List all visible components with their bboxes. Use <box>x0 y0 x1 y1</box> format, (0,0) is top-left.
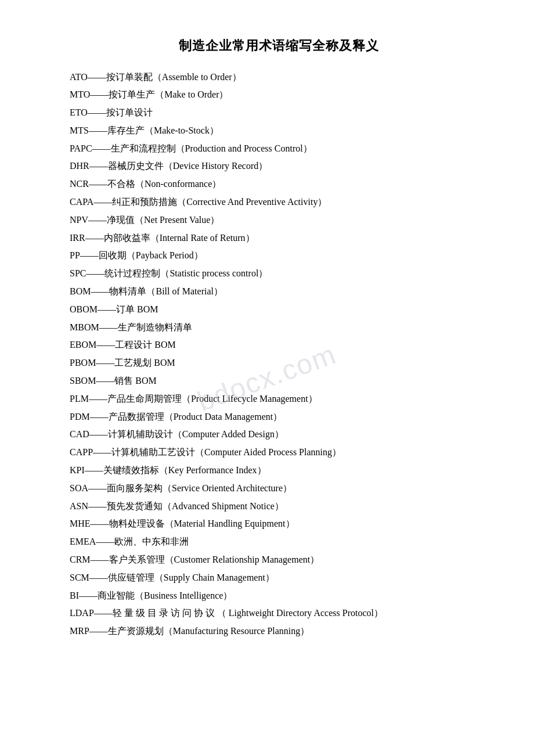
list-item: CRM——客户关系管理（Customer Relationship Manage… <box>70 552 488 568</box>
list-item: EMEA——欧洲、中东和非洲 <box>70 534 488 550</box>
list-item: MRP——生产资源规划（Manufacturing Resource Plann… <box>70 623 488 640</box>
list-item: SPC——统计过程控制（Statistic process control） <box>70 265 488 282</box>
list-item: SBOM——销售 BOM <box>70 373 488 390</box>
list-item: SOA——面向服务架构（Service Oriented Architectur… <box>70 480 488 497</box>
list-item: NPV——净现值（Net Present Value） <box>70 212 488 229</box>
list-item: MHE——物料处理设备（Material Handling Equipment） <box>70 516 488 532</box>
term-list: ATO——按订单装配（Assemble to Order）MTO——按订单生产（… <box>70 69 488 640</box>
list-item: BI——商业智能（Business Intelligence） <box>70 588 488 604</box>
list-item: NCR——不合格（Non-conformance） <box>70 176 488 193</box>
list-item: PAPC——生产和流程控制（Production and Process Con… <box>70 141 488 157</box>
list-item: ATO——按订单装配（Assemble to Order） <box>70 69 488 86</box>
list-item: CAPA——纠正和预防措施（Corrective And Preventive … <box>70 194 488 211</box>
list-item: IRR——内部收益率（Internal Rate of Return） <box>70 230 488 247</box>
list-item: PBOM——工艺规划 BOM <box>70 355 488 372</box>
list-item: SCM——供应链管理（Supply Chain Management） <box>70 570 488 586</box>
list-item: MTS——库存生产（Make-to-Stock） <box>70 123 488 139</box>
list-item: CAD——计算机辅助设计（Computer Added Design） <box>70 426 488 443</box>
list-item: OBOM——订单 BOM <box>70 301 488 318</box>
list-item: CAPP——计算机辅助工艺设计（Computer Aided Process P… <box>70 444 488 461</box>
list-item: KPI——关键绩效指标（Key Performance Index） <box>70 462 488 479</box>
list-item: PDM——产品数据管理（Product Data Management） <box>70 409 488 426</box>
list-item: PP——回收期（Payback Period） <box>70 247 488 264</box>
list-item: MTO——按订单生产（Make to Order） <box>70 87 488 103</box>
list-item: ETO——按订单设计 <box>70 105 488 121</box>
list-item: DHR——器械历史文件（Device History Record） <box>70 158 488 175</box>
list-item: BOM——物料清单（Bill of Material） <box>70 283 488 300</box>
list-item: PLM——产品生命周期管理（Product Lifecycle Manageme… <box>70 391 488 408</box>
page-title: 制造企业常用术语缩写全称及释义 <box>70 35 488 57</box>
list-item: ASN——预先发货通知（Advanced Shipment Notice） <box>70 498 488 515</box>
list-item: MBOM——生产制造物料清单 <box>70 319 488 336</box>
list-item: LDAP——轻 量 级 目 录 访 问 协 议 （ Lightweight Di… <box>70 605 488 622</box>
list-item: EBOM——工程设计 BOM <box>70 337 488 354</box>
